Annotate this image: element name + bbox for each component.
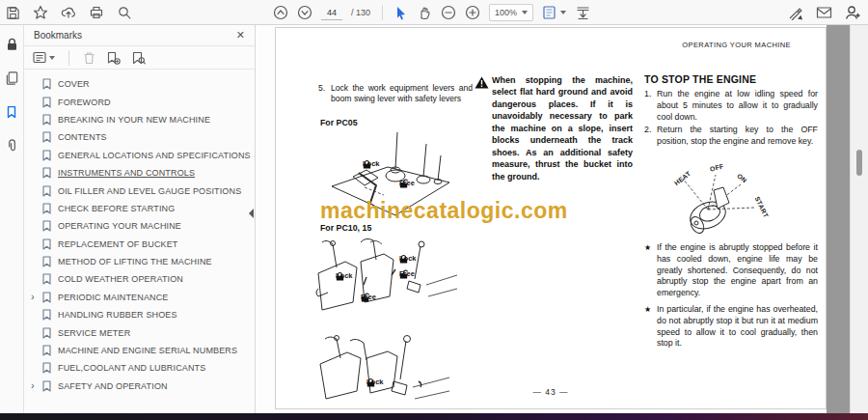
expand-chevron-icon[interactable]: ›	[31, 380, 41, 391]
pc10-15-lever-diagram-bottom: Lock	[312, 335, 462, 420]
bookmarks-panel-header: Bookmarks ✕	[24, 25, 255, 46]
bookmark-item[interactable]: CONTENTS	[24, 128, 255, 146]
add-person-icon[interactable]	[844, 5, 860, 20]
toolbar-divider	[382, 5, 383, 20]
expand-current-bookmark-icon[interactable]	[131, 51, 146, 65]
bookmark-icon	[41, 220, 52, 232]
fill-sign-icon[interactable]	[788, 6, 804, 20]
select-cursor-icon[interactable]	[394, 6, 408, 20]
page-up-icon[interactable]	[273, 5, 288, 20]
padlock-closed-icon	[336, 271, 344, 281]
bookmark-item[interactable]: COLD WEATHER OPERATION	[24, 270, 255, 288]
step2-number: 2.	[644, 124, 651, 135]
caret-down-icon	[49, 56, 55, 60]
lock-icon[interactable]	[5, 37, 19, 56]
star-bullet: ★	[644, 242, 651, 254]
hand-tool-icon[interactable]	[417, 5, 432, 20]
bookmark-item-label: FUEL,COOLANT AND LUBRICANTS	[58, 363, 205, 373]
bookmark-item[interactable]: FUEL,COOLANT AND LUBRICANTS	[24, 359, 255, 377]
bookmark-item[interactable]: HANDLING RUBBER SHOES	[24, 306, 255, 323]
scrollbar-thumb[interactable]	[856, 150, 862, 176]
bookmark-item[interactable]: SERVICE METER	[24, 323, 255, 341]
engine-notes: ★ If the engine is abruptly stopped befo…	[644, 242, 818, 354]
bookmark-item-label: COLD WEATHER OPERATION	[58, 274, 183, 284]
star-icon[interactable]	[33, 5, 48, 20]
step1-number: 1.	[644, 88, 651, 99]
page-thumbnails-icon[interactable]	[5, 70, 19, 90]
star-bullet: ★	[644, 304, 651, 316]
bookmark-item-label: BREAKING IN YOUR NEW MACHINE	[58, 115, 210, 125]
step5-number: 5.	[318, 83, 325, 94]
document-view: OPERATING YOUR MACHINE 5. Lock the work …	[257, 25, 868, 413]
fit-width-button[interactable]	[575, 5, 591, 20]
delete-bookmark-icon[interactable]	[83, 51, 95, 65]
bookmark-item-label: CONTENTS	[58, 132, 107, 142]
warning-triangle-icon	[475, 75, 489, 93]
bookmark-item-label: REPLACEMENT OF BUCKET	[58, 239, 178, 249]
bookmark-icon	[41, 362, 52, 374]
bookmark-item[interactable]: ›PERIODIC MAINTENANCE	[24, 289, 255, 306]
pc10-lock-label-2: Lock	[399, 254, 417, 263]
bookmark-icon	[41, 345, 52, 356]
bookmarks-panel-icon[interactable]	[5, 104, 18, 124]
bookmark-item[interactable]: OPERATING YOUR MACHINE	[24, 217, 255, 235]
expand-chevron-icon[interactable]: ›	[31, 292, 41, 302]
bookmark-item-label: CHECK BEFORE STARTING	[58, 204, 175, 213]
bookmark-item[interactable]: METHOD OF LIFTING THE MACHINE	[24, 253, 255, 270]
bookmark-item[interactable]: GENERAL LOCATIONS AND SPECIFICATIONS	[24, 147, 255, 164]
zoom-in-icon[interactable]	[465, 5, 480, 20]
for-pc05-label: For PC05	[320, 118, 358, 127]
upload-cloud-icon[interactable]	[61, 5, 76, 20]
step5-text: Lock the work equipment levers and boom …	[331, 83, 473, 103]
for-pc10-15-label: For PC10, 15	[320, 223, 371, 233]
pc10-bottom-lock-label: Lock	[366, 378, 384, 386]
bookmark-item[interactable]: MACHINE AND ENGINE SERIAL NUMBERS	[24, 342, 255, 359]
section-heading: TO STOP THE ENGINE	[644, 73, 756, 85]
padlock-open-icon	[399, 179, 409, 188]
top-toolbar: / 130 100%	[0, 0, 868, 25]
zoom-out-icon[interactable]	[441, 5, 456, 20]
vertical-scrollbar[interactable]	[850, 25, 868, 413]
step1-text: Run the engine at low idling speed for a…	[657, 89, 818, 122]
close-icon[interactable]: ✕	[236, 29, 245, 42]
warning-paragraph: When stopping the machine, select flat h…	[492, 74, 633, 182]
panel-collapse-arrow-icon[interactable]	[249, 209, 254, 218]
bookmark-item[interactable]: CHECK BEFORE STARTING	[24, 200, 255, 217]
bookmark-item[interactable]: FOREWORD	[24, 93, 255, 110]
page-number-input[interactable]	[321, 6, 342, 20]
navigation-rail	[0, 25, 24, 413]
pc10-lock-label-1: Lock	[336, 271, 353, 280]
bookmark-item[interactable]: INSTRUMENTS AND CONTROLS	[24, 164, 255, 182]
search-icon[interactable]	[117, 5, 132, 20]
page-down-icon[interactable]	[297, 5, 312, 20]
bookmark-item-label: METHOD OF LIFTING THE MACHINE	[58, 257, 212, 266]
pc05-lock-label: Lock	[363, 159, 380, 168]
email-icon[interactable]	[816, 6, 832, 19]
bookmark-icon	[41, 203, 52, 214]
save-icon[interactable]	[6, 6, 20, 20]
bookmark-item-label: PERIODIC MAINTENANCE	[58, 293, 169, 302]
padlock-closed-icon	[366, 378, 375, 387]
bookmark-item[interactable]: OIL FILLER AND LEVEL GAUGE POSITIONS	[24, 182, 255, 199]
bookmark-item[interactable]: ›SAFETY AND OPERATION	[24, 378, 255, 395]
step5-paragraph: 5. Lock the work equipment levers and bo…	[318, 83, 473, 105]
bookmark-item-label: MACHINE AND ENGINE SERIAL NUMBERS	[58, 346, 237, 355]
attachments-icon[interactable]	[5, 138, 19, 157]
bookmark-item[interactable]: COVER	[24, 75, 255, 93]
bookmark-item-label: OIL FILLER AND LEVEL GAUGE POSITIONS	[58, 186, 241, 196]
bookmark-icon	[41, 238, 52, 250]
bookmarks-panel: Bookmarks ✕ COVERFOREWORDBREAKING IN YOU…	[24, 25, 256, 413]
bookmark-item[interactable]: REPLACEMENT OF BUCKET	[24, 236, 255, 253]
zoom-level-select[interactable]: 100%	[489, 4, 533, 21]
page-view-mode-button[interactable]	[542, 5, 566, 20]
bookmark-icon	[41, 78, 52, 90]
bookmark-icon	[41, 327, 52, 339]
print-icon[interactable]	[89, 5, 104, 20]
step2-text: Return the starting key to the OFF posit…	[657, 125, 818, 146]
page-total-label: / 130	[351, 8, 370, 17]
bookmark-icon	[41, 380, 52, 392]
bookmark-options-icon[interactable]	[33, 51, 55, 64]
new-bookmark-icon[interactable]	[106, 51, 121, 65]
bookmark-item[interactable]: BREAKING IN YOUR NEW MACHINE	[24, 111, 255, 128]
toolbar-file-group	[6, 0, 132, 25]
